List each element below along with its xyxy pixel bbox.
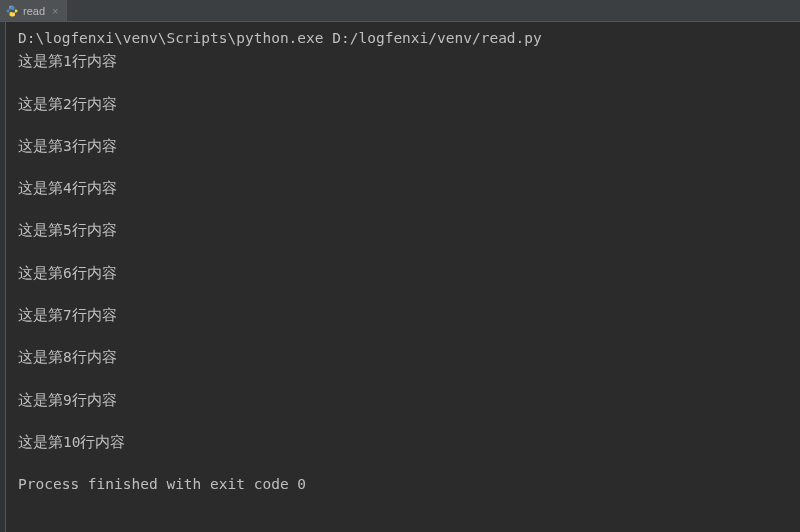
- output-line: 这是第8行内容: [18, 347, 790, 367]
- command-line: D:\logfenxi\venv\Scripts\python.exe D:/l…: [18, 28, 790, 48]
- blank-line: [18, 452, 790, 474]
- output-line: 这是第9行内容: [18, 390, 790, 410]
- close-icon[interactable]: ×: [52, 5, 58, 17]
- python-file-icon: [6, 5, 18, 17]
- blank-line: [18, 410, 790, 432]
- blank-line: [18, 198, 790, 220]
- console-output[interactable]: D:\logfenxi\venv\Scripts\python.exe D:/l…: [6, 22, 800, 532]
- tab-label: read: [23, 5, 45, 17]
- output-line: 这是第2行内容: [18, 94, 790, 114]
- blank-line: [18, 368, 790, 390]
- tab-read[interactable]: read ×: [0, 0, 67, 21]
- output-line: 这是第6行内容: [18, 263, 790, 283]
- output-line: 这是第5行内容: [18, 220, 790, 240]
- output-line: 这是第4行内容: [18, 178, 790, 198]
- blank-line: [18, 325, 790, 347]
- output-line: 这是第3行内容: [18, 136, 790, 156]
- blank-line: [18, 283, 790, 305]
- tab-bar: read ×: [0, 0, 800, 22]
- svg-point-0: [10, 6, 11, 7]
- output-line: 这是第10行内容: [18, 432, 790, 452]
- exit-message: Process finished with exit code 0: [18, 474, 790, 494]
- blank-line: [18, 72, 790, 94]
- output-line: 这是第1行内容: [18, 51, 790, 71]
- blank-line: [18, 156, 790, 178]
- output-container: 这是第1行内容这是第2行内容这是第3行内容这是第4行内容这是第5行内容这是第6行…: [18, 51, 790, 452]
- blank-line: [18, 114, 790, 136]
- blank-line: [18, 241, 790, 263]
- output-line: 这是第7行内容: [18, 305, 790, 325]
- content-area: D:\logfenxi\venv\Scripts\python.exe D:/l…: [0, 22, 800, 532]
- svg-point-1: [13, 14, 14, 15]
